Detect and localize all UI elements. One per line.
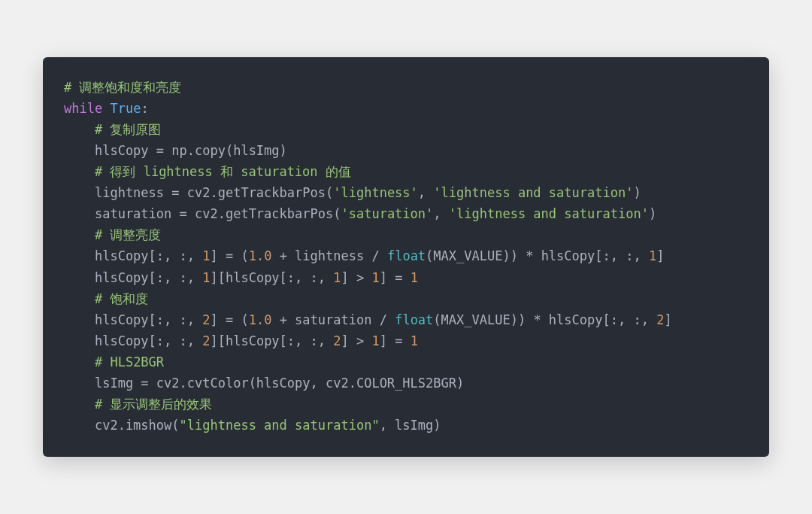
code-token: 2 [202,312,210,327]
code-token: + saturation / [271,312,395,327]
code-token: "lightness and saturation" [180,418,380,433]
code-token [64,354,95,370]
code-token: ] [656,248,664,263]
code-token: 'lightness and saturation' [433,185,633,200]
code-token: lsImg = cv2.cvtColor(hlsCopy, cv2.COLOR_… [64,376,464,391]
code-token: hlsCopy[:, :, [64,312,202,327]
code-token: cv2.imshow( [64,418,180,433]
code-token: lightness = cv2.getTrackbarPos( [64,185,333,200]
code-token: , [418,185,433,200]
code-token: # 调整亮度 [95,227,161,242]
code-token: ][hlsCopy[:, :, [210,270,333,285]
code-token: 1 [411,333,418,348]
code-token: ) [633,185,641,200]
code-token: 1 [202,248,210,263]
code-token: ][hlsCopy[:, :, [210,333,333,348]
code-token: ] = ( [210,312,248,327]
code-token [64,227,95,242]
code-token: float [387,248,426,263]
code-token: 'lightness' [333,185,418,200]
code-token: ) [649,206,656,221]
code-token: 'saturation' [341,206,433,221]
code-token: 1 [202,270,210,285]
code-token: , lsImg) [380,418,441,433]
code-token: , [433,206,448,221]
code-token: (MAX_VALUE)) * hlsCopy[:, :, [426,248,649,263]
code-token: # 复制原图 [95,122,161,137]
code-token: + lightness / [271,248,387,263]
code-token [64,291,95,306]
code-token: ] > [341,333,372,348]
code-token [102,101,110,116]
code-token: ] [664,312,671,327]
code-token: True [110,101,141,116]
code-token: 1 [333,270,341,285]
code-token: # 饱和度 [95,291,148,306]
code-token: ] > [341,270,372,285]
code-content: # 调整饱和度和亮度 while True: # 复制原图 hlsCopy = … [64,77,748,436]
code-token [64,397,95,412]
code-token: # HLS2BGR [95,354,164,370]
code-token: 1 [411,270,418,285]
code-token [64,122,95,137]
code-token: 2 [333,333,341,348]
code-token: # 得到 lightness 和 saturation 的值 [95,164,351,179]
code-token: 'lightness and saturation' [449,206,649,221]
code-token [64,164,95,179]
code-token: (MAX_VALUE)) * hlsCopy[:, :, [433,312,656,327]
code-token: 1 [649,248,656,263]
code-token: hlsCopy[:, :, [64,248,202,263]
code-token: saturation = cv2.getTrackbarPos( [64,206,341,221]
code-token: 1 [371,270,379,285]
code-token: hlsCopy = np.copy(hlsImg) [64,143,287,158]
code-token: hlsCopy[:, :, [64,333,202,348]
code-token: # 显示调整后的效果 [95,397,212,412]
code-token: float [395,312,433,327]
code-token: hlsCopy[:, :, [64,270,202,285]
code-token: 2 [202,333,210,348]
code-token: while [64,101,102,116]
code-token: 1.0 [249,248,272,263]
code-block: # 调整饱和度和亮度 while True: # 复制原图 hlsCopy = … [43,57,769,457]
code-token: # 调整饱和度和亮度 [64,80,181,95]
code-token: 1.0 [249,312,272,327]
code-token: 2 [656,312,664,327]
code-token: ] = [380,333,411,348]
code-token: 1 [371,333,379,348]
code-token: : [141,101,148,116]
code-token: ] = [380,270,411,285]
code-token: ] = ( [210,248,248,263]
